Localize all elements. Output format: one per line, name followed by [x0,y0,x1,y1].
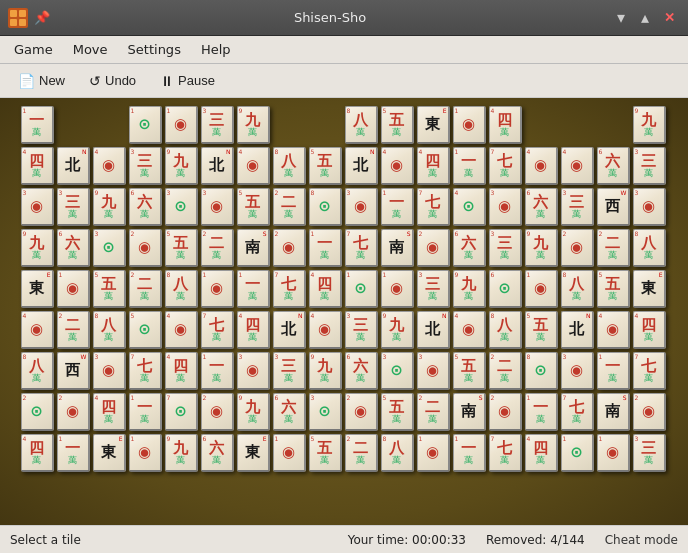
tile[interactable]: 2 ◉ [633,393,666,431]
tile[interactable]: 8 八 萬 [93,311,126,349]
tile[interactable]: 3 三 萬 [633,434,666,472]
tile[interactable]: 3 三 萬 [273,352,306,390]
tile[interactable]: 5 五 萬 [237,188,270,226]
tile[interactable]: 7 七 萬 [417,188,450,226]
tile[interactable]: 2 ◉ [273,229,306,267]
tile[interactable]: 4 ◉ [453,311,486,349]
tile[interactable]: 3 ◉ [21,188,54,226]
tile[interactable]: 6 ⊙ [489,270,522,308]
tile[interactable]: 1 一 萬 [21,106,54,144]
tile[interactable]: 1 ◉ [381,270,414,308]
tile[interactable]: 3 ◉ [561,352,594,390]
tile[interactable]: E 東 [21,270,54,308]
tile[interactable]: W 西 [57,352,90,390]
tile[interactable]: 3 ⊙ [93,229,126,267]
tile[interactable]: 6 六 萬 [201,434,234,472]
tile[interactable]: 7 七 萬 [273,270,306,308]
tile[interactable]: 4 四 萬 [525,434,558,472]
tile[interactable]: 3 ⊙ [381,352,414,390]
tile[interactable]: 5 ⊙ [129,311,162,349]
tile[interactable]: 1 ◉ [57,270,90,308]
tile[interactable]: 2 ◉ [561,229,594,267]
tile[interactable]: 9 九 萬 [309,352,342,390]
tile[interactable]: 9 九 萬 [381,311,414,349]
tile[interactable]: 1 ◉ [201,270,234,308]
tile[interactable]: 5 五 萬 [381,106,414,144]
tile[interactable]: 7 七 萬 [561,393,594,431]
tile[interactable]: 9 九 萬 [21,229,54,267]
tile[interactable]: 1 一 萬 [129,393,162,431]
tile[interactable]: 5 五 萬 [93,270,126,308]
tile[interactable]: 1 ⊙ [345,270,378,308]
tile[interactable]: 3 ⊙ [165,188,198,226]
tile[interactable]: 1 ◉ [129,434,162,472]
tile[interactable]: S 南 [453,393,486,431]
tile[interactable]: 1 ◉ [165,106,198,144]
tile[interactable]: 4 四 萬 [309,270,342,308]
menu-help[interactable]: Help [191,39,241,60]
tile[interactable]: 1 ⊙ [561,434,594,472]
tile[interactable]: 6 六 萬 [453,229,486,267]
tile[interactable]: 8 八 萬 [489,311,522,349]
tile[interactable]: 9 九 萬 [453,270,486,308]
tile[interactable]: 7 七 萬 [489,147,522,185]
tile[interactable]: 2 二 萬 [129,270,162,308]
tile[interactable]: 4 ◉ [525,147,558,185]
tile[interactable]: 8 八 萬 [165,270,198,308]
tile[interactable]: 3 ◉ [237,352,270,390]
tile[interactable]: 4 四 萬 [417,147,450,185]
tile[interactable]: 3 三 萬 [633,147,666,185]
tile[interactable]: 1 ◉ [525,270,558,308]
tile[interactable]: 9 九 萬 [633,106,666,144]
tile[interactable]: 9 九 萬 [237,106,270,144]
tile[interactable]: 2 二 萬 [597,229,630,267]
tile[interactable]: N 北 [201,147,234,185]
menu-move[interactable]: Move [63,39,118,60]
tile[interactable]: 9 九 萬 [525,229,558,267]
tile[interactable]: 8 八 萬 [345,106,378,144]
tile[interactable]: 4 四 萬 [633,311,666,349]
tile[interactable]: 3 ◉ [345,188,378,226]
tile[interactable]: 3 ◉ [633,188,666,226]
tile[interactable]: 2 ◉ [489,393,522,431]
tile[interactable]: 3 ◉ [93,352,126,390]
cheat-mode-toggle[interactable]: Cheat mode [605,533,678,547]
tile[interactable]: 6 六 萬 [273,393,306,431]
tile[interactable]: 2 二 萬 [489,352,522,390]
tile[interactable]: W 西 [597,188,630,226]
tile[interactable]: 4 四 萬 [21,434,54,472]
tile[interactable]: 5 五 萬 [525,311,558,349]
tile[interactable]: 8 八 萬 [633,229,666,267]
pause-button[interactable]: ⏸ Pause [150,70,225,92]
tile[interactable]: 8 八 萬 [561,270,594,308]
tile[interactable]: 3 三 萬 [489,229,522,267]
tile[interactable]: 8 八 萬 [381,434,414,472]
tile[interactable]: 1 一 萬 [57,434,90,472]
tile[interactable]: 7 ⊙ [165,393,198,431]
tile[interactable]: 3 ◉ [489,188,522,226]
tile[interactable]: 1 一 萬 [525,393,558,431]
tile[interactable]: 9 九 萬 [93,188,126,226]
tile[interactable]: 3 ⊙ [309,393,342,431]
tile[interactable]: 7 七 萬 [129,352,162,390]
menu-game[interactable]: Game [4,39,63,60]
tile[interactable]: 2 二 萬 [345,434,378,472]
tile[interactable]: 6 六 萬 [345,352,378,390]
tile[interactable]: 2 ◉ [201,393,234,431]
tile[interactable]: 5 五 萬 [309,147,342,185]
tile[interactable]: 5 五 萬 [165,229,198,267]
tile[interactable]: 6 六 萬 [525,188,558,226]
undo-button[interactable]: ↺ Undo [79,70,146,92]
new-button[interactable]: 📄 New [8,70,75,92]
tile[interactable]: 1 一 萬 [201,352,234,390]
tile[interactable]: 8 八 萬 [21,352,54,390]
tile[interactable]: 1 ◉ [417,434,450,472]
tile[interactable]: 4 ◉ [93,147,126,185]
tile[interactable]: 4 ◉ [309,311,342,349]
tile[interactable]: S 南 [237,229,270,267]
tile[interactable]: 1 ◉ [273,434,306,472]
tile[interactable]: N 北 [57,147,90,185]
tile[interactable]: E 東 [633,270,666,308]
tile[interactable]: N 北 [345,147,378,185]
tile[interactable]: 6 六 萬 [57,229,90,267]
